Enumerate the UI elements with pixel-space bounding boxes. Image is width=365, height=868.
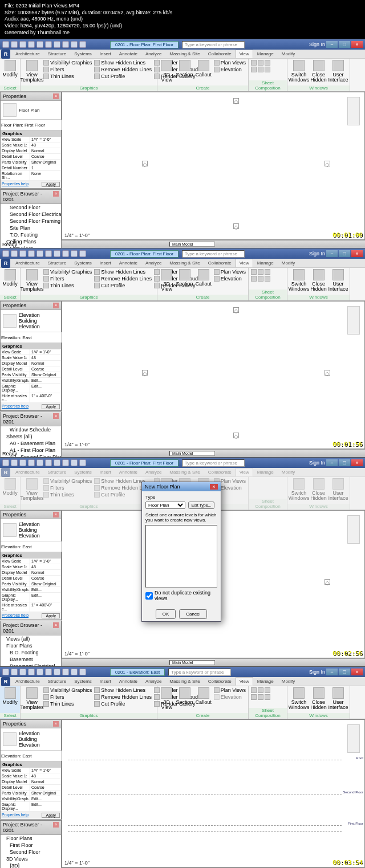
qat-button[interactable]: [79, 250, 86, 257]
thin-lines-button[interactable]: Thin Lines: [43, 74, 92, 79]
qat-button[interactable]: [36, 669, 43, 675]
close-button[interactable]: ×: [351, 459, 363, 466]
tab-analyze[interactable]: Analyze: [141, 259, 165, 267]
cut-profile-button[interactable]: Cut Profile: [94, 74, 152, 79]
close-icon[interactable]: ×: [53, 191, 59, 197]
sheet-icon[interactable]: [265, 67, 270, 72]
modify-button[interactable]: Modify: [2, 687, 18, 705]
qat-button[interactable]: [62, 669, 69, 675]
tab-collaborate[interactable]: Collaborate: [204, 677, 236, 686]
modify-button[interactable]: Modify: [2, 269, 18, 287]
section-button[interactable]: Section: [176, 269, 193, 287]
edit-type-button[interactable]: Edit Type...: [188, 502, 215, 509]
apply-button[interactable]: Apply: [42, 613, 60, 618]
navigation-bar[interactable]: [347, 306, 360, 335]
qat-button[interactable]: [28, 669, 35, 675]
tree-item[interactable]: Second Floor: [1, 849, 61, 855]
tab-structure[interactable]: Structure: [44, 677, 70, 686]
switch-windows-button[interactable]: Switch Windows: [290, 60, 308, 83]
elevation-marker[interactable]: ◇: [233, 307, 239, 313]
apply-button[interactable]: Apply: [42, 182, 60, 187]
visibility-graphics-button[interactable]: Visibility/ Graphics: [43, 269, 92, 275]
tab-view[interactable]: View: [236, 677, 253, 686]
user-interface-button[interactable]: User Interface: [329, 60, 347, 83]
tree-item[interactable]: First Floor: [1, 842, 61, 849]
close-button[interactable]: ×: [351, 250, 363, 257]
qat-button[interactable]: [28, 250, 35, 257]
tree-item[interactable]: B.O. Footing: [1, 649, 61, 656]
maximize-button[interactable]: □: [339, 669, 350, 675]
view-templates-button[interactable]: View Templates: [23, 687, 41, 710]
3d-view-button[interactable]: 3D View: [160, 687, 174, 710]
close-hidden-button[interactable]: Close Hidden: [310, 269, 327, 292]
close-icon[interactable]: ×: [53, 622, 59, 628]
show-hidden-button[interactable]: Show Hidden Lines: [94, 60, 152, 66]
qat-button[interactable]: [45, 250, 52, 257]
qat-button[interactable]: [79, 669, 86, 675]
qat-button[interactable]: [28, 41, 35, 48]
tab-annotate[interactable]: Annotate: [115, 50, 141, 58]
sheet-icon[interactable]: [258, 276, 263, 282]
sheet-icon[interactable]: [265, 60, 270, 66]
sign-in-link[interactable]: Sign In: [309, 669, 325, 675]
elevation-marker[interactable]: ◇: [233, 98, 239, 104]
tab-architecture[interactable]: Architecture: [11, 259, 44, 267]
sheet-icon[interactable]: [251, 694, 257, 700]
type-select[interactable]: Floor Plan: [145, 502, 185, 509]
tab-collaborate[interactable]: Collaborate: [204, 259, 236, 267]
workset-combo[interactable]: Main Model: [169, 451, 215, 456]
qat-button[interactable]: [2, 669, 9, 675]
callout-button[interactable]: Callout: [196, 687, 212, 705]
tab-systems[interactable]: Systems: [70, 50, 96, 58]
tree-group[interactable]: Floor Plans: [1, 835, 61, 842]
qat-button[interactable]: [36, 250, 43, 257]
tab-massing[interactable]: Massing & Site: [165, 259, 204, 267]
tab-analyze[interactable]: Analyze: [141, 677, 165, 686]
qat-button[interactable]: [45, 41, 52, 48]
tab-annotate[interactable]: Annotate: [115, 259, 141, 267]
type-selector[interactable]: [1, 120, 62, 130]
tab-architecture[interactable]: Architecture: [11, 677, 44, 686]
minimize-button[interactable]: −: [326, 669, 338, 675]
switch-windows-button[interactable]: Switch Windows: [290, 687, 308, 710]
scale-display[interactable]: 1/4" = 1'-0": [64, 233, 90, 238]
qat-button[interactable]: [11, 459, 18, 466]
qat-button[interactable]: [28, 459, 35, 466]
app-logo-icon[interactable]: R: [1, 677, 10, 686]
qat-button[interactable]: [11, 41, 18, 48]
tab-collaborate[interactable]: Collaborate: [204, 50, 236, 58]
close-button[interactable]: ×: [351, 669, 363, 675]
qat-button[interactable]: [71, 250, 78, 257]
tab-manage[interactable]: Manage: [253, 677, 278, 686]
elevation-marker[interactable]: ◇: [142, 370, 148, 376]
app-logo-icon[interactable]: R: [1, 259, 10, 268]
tree-group[interactable]: Sheets (all): [1, 433, 61, 440]
levels-list[interactable]: [145, 525, 217, 588]
tab-annotate[interactable]: Annotate: [115, 677, 141, 686]
properties-help-link[interactable]: Properties help: [2, 182, 29, 187]
tab-modify[interactable]: Modify: [278, 50, 299, 58]
level-line[interactable]: [68, 831, 342, 832]
sheet-icon[interactable]: [265, 269, 270, 275]
tree-item[interactable]: Basement: [1, 656, 61, 663]
tree-group[interactable]: 3D Views: [1, 855, 61, 862]
workset-combo[interactable]: Main Model: [169, 242, 215, 247]
sheet-icon[interactable]: [258, 67, 263, 72]
close-hidden-button[interactable]: Close Hidden: [310, 687, 327, 710]
qat-button[interactable]: [19, 41, 26, 48]
duplicate-checkbox[interactable]: Do not duplicate existing views: [145, 590, 217, 601]
maximize-button[interactable]: □: [339, 250, 350, 257]
navigation-bar[interactable]: [347, 97, 360, 125]
minimize-button[interactable]: −: [326, 250, 338, 257]
qat-button[interactable]: [2, 459, 9, 466]
maximize-button[interactable]: □: [339, 41, 350, 48]
close-icon[interactable]: ×: [53, 822, 59, 828]
sheet-icon[interactable]: [258, 60, 263, 66]
tab-analyze[interactable]: Analyze: [141, 50, 165, 58]
navigation-bar[interactable]: [347, 515, 360, 544]
sheet-icon[interactable]: [258, 694, 263, 700]
tab-view[interactable]: View: [236, 259, 253, 267]
sign-in-link[interactable]: Sign In: [309, 251, 325, 256]
qat-button[interactable]: [62, 41, 69, 48]
sheet-icon[interactable]: [251, 687, 257, 693]
